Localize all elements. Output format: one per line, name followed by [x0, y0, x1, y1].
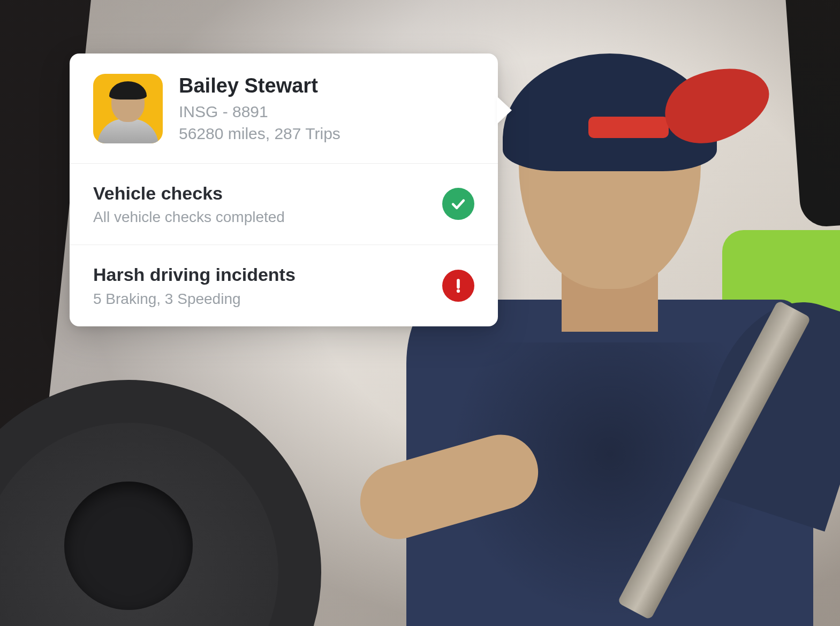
driver-info-card[interactable]: Bailey Stewart INSG - 8891 56280 miles, …: [70, 54, 498, 326]
vehicle-checks-title: Vehicle checks: [93, 182, 432, 205]
driver-stats: 56280 miles, 287 Trips: [179, 124, 474, 144]
vehicle-checks-row[interactable]: Vehicle checks All vehicle checks comple…: [70, 163, 498, 245]
driver-id: INSG - 8891: [179, 102, 474, 122]
harsh-driving-row[interactable]: Harsh driving incidents 5 Braking, 3 Spe…: [70, 245, 498, 326]
check-success-icon: [442, 188, 474, 220]
driver-name: Bailey Stewart: [179, 74, 474, 98]
harsh-driving-subtitle: 5 Braking, 3 Speeding: [93, 289, 432, 308]
card-header: Bailey Stewart INSG - 8891 56280 miles, …: [70, 54, 498, 163]
harsh-driving-title: Harsh driving incidents: [93, 263, 432, 286]
vehicle-checks-subtitle: All vehicle checks completed: [93, 208, 432, 226]
svg-point-1: [457, 289, 460, 293]
driver-avatar[interactable]: [93, 74, 163, 143]
alert-danger-icon: [442, 270, 474, 302]
